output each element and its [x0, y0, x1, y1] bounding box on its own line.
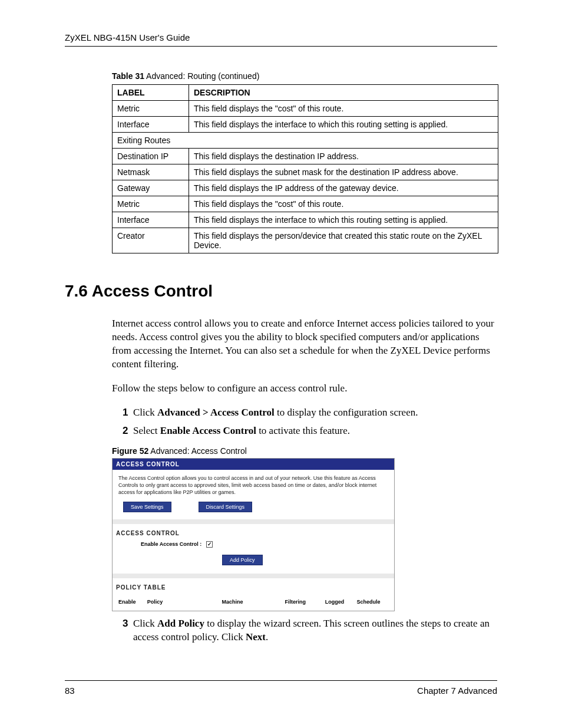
divider: [113, 519, 394, 524]
add-policy-row: Add Policy: [113, 549, 394, 574]
table-row: InterfaceThis field displays the interfa…: [113, 212, 498, 228]
cell-desc: This field displays the subnet mask for …: [189, 164, 498, 180]
divider: [113, 574, 394, 578]
step-item: 3 Click Add Policy to display the wizard…: [123, 617, 497, 644]
step-number: 1: [123, 406, 128, 420]
cell-desc: This field displays the person/device th…: [189, 228, 498, 253]
step-number: 2: [123, 424, 128, 438]
cell-label: Interface: [113, 212, 189, 228]
cell-desc: This field displays the interface to whi…: [189, 212, 498, 228]
enable-label: Enable Access Control :: [141, 541, 201, 547]
table-row: Exiting Routes: [113, 133, 498, 149]
step-text: to activate this feature.: [256, 425, 350, 436]
step-item: 1 Click Advanced > Access Control to dis…: [123, 406, 497, 420]
save-settings-button[interactable]: Save Settings: [123, 502, 171, 512]
button-row: Save Settings Discard Settings: [113, 502, 394, 519]
cell-desc: This field displays the "cost" of this r…: [189, 196, 498, 212]
table-row: GatewayThis field displays the IP addres…: [113, 180, 498, 196]
steps-list-continued: 3 Click Add Policy to display the wizard…: [123, 617, 497, 644]
table-row: InterfaceThis field displays the interfa…: [113, 117, 498, 133]
page-footer: 83 Chapter 7 Advanced: [65, 680, 497, 696]
step-bold: Enable Access Control: [160, 425, 256, 436]
enable-row: Enable Access Control : ✓: [113, 541, 394, 549]
discard-settings-button[interactable]: Discard Settings: [199, 502, 253, 512]
step-bold: Add Policy: [157, 618, 204, 629]
figure-caption: Figure 52 Advanced: Access Control: [112, 446, 497, 456]
cell-desc: This field displays the destination IP a…: [189, 149, 498, 164]
col-policy: Policy: [147, 599, 222, 605]
cell-section: Exiting Routes: [113, 133, 498, 149]
col-filtering: Filtering: [285, 599, 325, 605]
section-heading: 7.6 Access Control: [65, 282, 497, 301]
steps-list: 1 Click Advanced > Access Control to dis…: [123, 406, 497, 438]
cell-label: Interface: [113, 117, 189, 133]
step-text: .: [266, 631, 268, 643]
step-number: 3: [123, 617, 128, 631]
panel-description: The Access Control option allows you to …: [113, 470, 394, 502]
figure-caption-text: Advanced: Access Control: [148, 446, 247, 456]
cell-label: Metric: [113, 101, 189, 117]
col-schedule: Schedule: [356, 599, 388, 605]
add-policy-button[interactable]: Add Policy: [222, 555, 263, 565]
table-row: CreatorThis field displays the person/de…: [113, 228, 498, 253]
page-header: ZyXEL NBG-415N User's Guide: [65, 32, 497, 47]
panel-title: ACCESS CONTROL: [113, 459, 394, 470]
step-text: Click: [133, 407, 157, 418]
step-item: 2 Select Enable Access Control to activa…: [123, 424, 497, 438]
col-logged: Logged: [325, 599, 357, 605]
step-text: Click: [133, 618, 157, 629]
policy-table-header: Enable Policy Machine Filtering Logged S…: [113, 595, 394, 611]
col-label: LABEL: [113, 85, 189, 101]
col-description: DESCRIPTION: [189, 85, 498, 101]
cell-desc: This field displays the interface to whi…: [189, 117, 498, 133]
chapter-label: Chapter 7 Advanced: [417, 686, 497, 696]
body-paragraph: Internet access control allows you to cr…: [112, 317, 495, 371]
panel-title: POLICY TABLE: [113, 578, 394, 595]
figure-caption-label: Figure 52: [112, 446, 148, 456]
cell-desc: This field displays the IP address of th…: [189, 180, 498, 196]
table-row: MetricThis field displays the "cost" of …: [113, 101, 498, 117]
cell-desc: This field displays the "cost" of this r…: [189, 101, 498, 117]
enable-checkbox[interactable]: ✓: [206, 541, 213, 548]
routing-table: LABEL DESCRIPTION MetricThis field displ…: [112, 84, 498, 253]
table-caption-text: Advanced: Routing (continued): [144, 71, 259, 81]
table-header-row: LABEL DESCRIPTION: [113, 85, 498, 101]
body-paragraph: Follow the steps below to configure an a…: [112, 382, 495, 396]
figure-screenshot: ACCESS CONTROL The Access Control option…: [112, 458, 395, 611]
cell-label: Metric: [113, 196, 189, 212]
table-row: NetmaskThis field displays the subnet ma…: [113, 164, 498, 180]
cell-label: Netmask: [113, 164, 189, 180]
col-machine: Machine: [222, 599, 285, 605]
cell-label: Creator: [113, 228, 189, 253]
step-text: Select: [133, 425, 160, 436]
page-number: 83: [65, 686, 75, 696]
step-text: to display the configuration screen.: [275, 407, 418, 418]
table-caption-label: Table 31: [112, 71, 144, 81]
cell-label: Gateway: [113, 180, 189, 196]
step-bold: Advanced > Access Control: [157, 407, 275, 418]
panel-title: ACCESS CONTROL: [113, 524, 394, 541]
table-row: MetricThis field displays the "cost" of …: [113, 196, 498, 212]
table-caption: Table 31 Advanced: Routing (continued): [112, 71, 497, 81]
col-enable: Enable: [118, 599, 147, 605]
cell-label: Destination IP: [113, 149, 189, 164]
table-row: Destination IPThis field displays the de…: [113, 149, 498, 164]
step-bold: Next: [246, 631, 266, 643]
